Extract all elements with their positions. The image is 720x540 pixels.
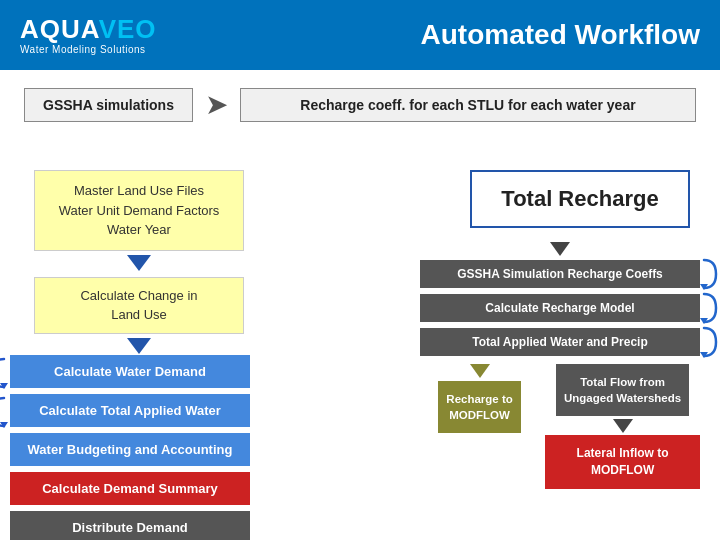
arrow-down-1	[127, 253, 151, 273]
water-budgeting-btn[interactable]: Water Budgeting and Accounting	[10, 433, 250, 466]
arrow-down-total-recharge	[420, 242, 700, 256]
calc-recharge-container: Calculate Recharge Model	[420, 294, 700, 322]
loop-arrow-applied	[700, 328, 718, 356]
right-arrow-icon: ➤	[205, 91, 228, 119]
total-flow-container: Total Flow fromUngaged Watersheds Latera…	[545, 364, 700, 489]
loop-arrow-recharge	[700, 294, 718, 322]
loop-arrow-water-demand	[0, 355, 8, 391]
left-column: Master Land Use Files Water Unit Demand …	[24, 170, 254, 358]
logo-subtitle: Water Modeling Solutions	[20, 44, 157, 55]
recharge-modflow-container: Recharge toMODFLOW	[420, 364, 539, 433]
total-flow-box: Total Flow fromUngaged Watersheds	[556, 364, 689, 416]
gssha-coeffs-container: GSSHA Simulation Recharge Coeffs	[420, 260, 700, 288]
workflow-item-total-applied: Calculate Total Applied Water	[10, 394, 270, 430]
arrow-recharge-modflow	[470, 364, 490, 378]
workflow-item-water-budgeting: Water Budgeting and Accounting	[10, 433, 270, 469]
workflow-item-demand-summary: Calculate Demand Summary	[10, 472, 270, 508]
arrow-down-2	[127, 336, 151, 356]
header: AQUAVEO Water Modeling Solutions Automat…	[0, 0, 720, 70]
calc-water-demand-btn[interactable]: Calculate Water Demand	[10, 355, 250, 388]
page-title: Automated Workflow	[421, 19, 700, 51]
blue-workflow-boxes: Calculate Water Demand Calculate Total A…	[10, 355, 270, 540]
logo-aquaveo: AQUAVEO	[20, 16, 157, 42]
calc-demand-summary-btn[interactable]: Calculate Demand Summary	[10, 472, 250, 505]
distribute-demand-btn[interactable]: Distribute Demand	[10, 511, 250, 540]
total-recharge-box: Total Recharge	[470, 170, 690, 228]
logo-veo: VEO	[99, 14, 157, 44]
calc-total-applied-btn[interactable]: Calculate Total Applied Water	[10, 394, 250, 427]
total-recharge-container: Total Recharge	[420, 170, 700, 236]
right-column: Total Recharge GSSHA Simulation Recharge…	[420, 170, 700, 489]
lateral-inflow-box: Lateral Inflow toMODFLOW	[545, 435, 700, 489]
workflow-item-water-demand: Calculate Water Demand	[10, 355, 270, 391]
total-applied-precip-container: Total Applied Water and Precip	[420, 328, 700, 356]
master-land-use-box: Master Land Use Files Water Unit Demand …	[34, 170, 244, 251]
loop-arrow-total-applied	[0, 394, 8, 430]
top-row: GSSHA simulations ➤ Recharge coeff. for …	[24, 88, 696, 122]
main-content: GSSHA simulations ➤ Recharge coeff. for …	[0, 70, 720, 540]
recharge-modflow-box: Recharge toMODFLOW	[438, 381, 520, 433]
bottom-pair-container: Recharge toMODFLOW Total Flow fromUngage…	[420, 364, 700, 489]
total-applied-precip-box: Total Applied Water and Precip	[420, 328, 700, 356]
logo-aqua: AQUA	[20, 14, 99, 44]
recharge-coeff-label: Recharge coeff. for each STLU for each w…	[240, 88, 696, 122]
workflow-item-distribute-demand: Distribute Demand	[10, 511, 270, 540]
arrow-total-flow	[613, 419, 633, 433]
gssha-simulations-box: GSSHA simulations	[24, 88, 193, 122]
calculate-change-land-box: Calculate Change inLand Use	[34, 277, 244, 334]
logo-area: AQUAVEO Water Modeling Solutions	[20, 16, 157, 55]
loop-arrow-gssha	[700, 260, 718, 288]
gssha-coeffs-box: GSSHA Simulation Recharge Coeffs	[420, 260, 700, 288]
calc-recharge-model-box: Calculate Recharge Model	[420, 294, 700, 322]
